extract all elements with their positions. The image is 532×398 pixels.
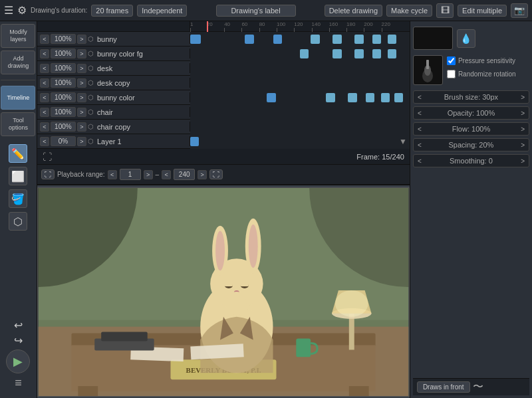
brush-size-row: < Brush size: 30px > (413, 90, 529, 104)
film-icon-btn[interactable]: 🎞 (436, 3, 454, 18)
smoothing-increase[interactable]: > (521, 157, 525, 165)
drawing-label-input[interactable] (216, 5, 296, 17)
layer-name[interactable]: bunny color (95, 94, 187, 102)
layer-arrow-right[interactable]: > (77, 122, 86, 132)
hamburger-icon[interactable]: ☰ (4, 4, 13, 17)
layer-arrow-right[interactable]: > (77, 64, 86, 73)
bucket-tool-icon[interactable]: 🪣 (9, 189, 27, 208)
layer-lock-icon[interactable]: ⬡ (88, 138, 94, 145)
timeline-tab[interactable]: Timeline (1, 86, 35, 110)
layer-name[interactable]: chair (95, 108, 187, 116)
layer-arrow-left[interactable]: < (40, 78, 49, 88)
frames-container[interactable] (190, 47, 410, 61)
layer-controls: < 0% > ⬡ Layer 1 (37, 136, 190, 146)
layer-arrow-left[interactable]: < (40, 35, 49, 44)
brush-size-label: Brush size: 30px (444, 93, 498, 101)
layer-row: < 100% > ⬡ bunny (37, 32, 410, 47)
play-button[interactable]: ▶ (6, 349, 30, 373)
layer-arrow-left[interactable]: < (40, 49, 49, 58)
lasso-tool-icon[interactable]: ⬡ (9, 212, 27, 231)
eraser-tool-icon[interactable]: ⬜ (9, 167, 27, 185)
frames-container[interactable] (190, 134, 410, 149)
frames-container[interactable] (190, 32, 410, 47)
layer-arrow-left[interactable]: < (40, 108, 49, 117)
frames-container[interactable] (190, 105, 410, 120)
layer-name[interactable]: desk copy (95, 79, 187, 87)
layer-arrow-right[interactable]: > (77, 35, 86, 44)
layer-name[interactable]: bunny (95, 35, 187, 43)
opacity-increase[interactable]: > (521, 110, 525, 117)
frames-btn[interactable]: 20 frames (91, 5, 133, 17)
playback-end-input[interactable] (174, 169, 195, 180)
tool-options-tab[interactable]: Tool options (1, 112, 35, 136)
delete-drawing-btn[interactable]: Delete drawing (325, 5, 382, 17)
draws-in-front-btn[interactable]: Draws in front (417, 381, 470, 393)
independent-btn[interactable]: Independent (137, 5, 187, 17)
range-end-right[interactable]: > (198, 170, 207, 179)
range-start-right[interactable]: > (144, 170, 153, 179)
frames-container[interactable] (190, 120, 410, 134)
layer-percent: 100% (51, 122, 76, 132)
smoothing-decrease[interactable]: < (418, 157, 422, 165)
layer-arrow-right[interactable]: > (77, 49, 86, 58)
undo-icon[interactable]: ↩ (14, 319, 23, 332)
spacing-increase[interactable]: > (521, 142, 525, 149)
layer-lock-icon[interactable]: ⬡ (88, 108, 94, 116)
layer-name[interactable]: Layer 1 (95, 138, 187, 146)
brush-size-increase[interactable]: > (521, 94, 525, 101)
layer-arrow-right[interactable]: > (77, 78, 86, 88)
redo-icon[interactable]: ↪ (14, 334, 23, 347)
canvas-area[interactable]: BEVERLY BUNNY, P.I. (37, 185, 410, 398)
edit-multiple-btn[interactable]: Edit multiple (458, 5, 507, 17)
frames-ruler: 120406080100120140160180200220240 (190, 21, 399, 32)
flow-decrease[interactable]: < (418, 126, 422, 133)
layer-lock-icon[interactable]: ⬡ (88, 94, 94, 101)
layer-arrow-right[interactable]: > (77, 137, 86, 146)
main-layout: Modify layers Add drawing Timeline Tool … (0, 21, 532, 398)
frames-container[interactable] (190, 76, 410, 90)
expand-icon[interactable]: ⛶ (43, 151, 52, 162)
frames-container[interactable] (190, 61, 410, 76)
spacing-decrease[interactable]: < (418, 142, 422, 149)
frames-container[interactable] (190, 90, 410, 105)
layer-name[interactable]: bunny color fg (95, 50, 187, 58)
timeline-collapse-btn[interactable]: ▼ (399, 137, 407, 146)
layer-lock-icon[interactable]: ⬡ (88, 35, 94, 43)
layers-icon[interactable]: ≡ (15, 376, 22, 390)
settings-icon[interactable]: ⚙ (17, 4, 27, 17)
layer-arrow-left[interactable]: < (40, 93, 49, 102)
layer-lock-icon[interactable]: ⬡ (88, 64, 94, 72)
layer-controls: < 100% > ⬡ chair copy (37, 122, 190, 132)
make-cycle-btn[interactable]: Make cycle (386, 5, 432, 17)
layer-arrow-left[interactable]: < (40, 122, 49, 132)
pressure-checkbox[interactable] (447, 56, 456, 65)
flow-increase[interactable]: > (521, 126, 525, 133)
layer-lock-icon[interactable]: ⬡ (88, 50, 94, 57)
layer-arrow-left[interactable]: < (40, 64, 49, 73)
layer-arrow-right[interactable]: > (77, 93, 86, 102)
layer-lock-icon[interactable]: ⬡ (88, 123, 94, 130)
svg-rect-31 (101, 332, 148, 341)
opacity-decrease[interactable]: < (418, 110, 422, 117)
color-row: 💧 (413, 24, 529, 52)
range-start-left[interactable]: < (108, 170, 117, 179)
eyedropper-btn[interactable]: 💧 (457, 29, 475, 48)
brush-size-decrease[interactable]: < (418, 94, 422, 101)
brush-tool-icon[interactable]: ✏️ (9, 144, 27, 163)
layer-arrow-right[interactable]: > (77, 108, 86, 117)
range-end-left[interactable]: < (162, 170, 171, 179)
randomize-rotation-row: Randomize rotation (447, 70, 516, 78)
wave-icon[interactable]: 〜 (473, 380, 483, 394)
layer-lock-icon[interactable]: ⬡ (88, 79, 94, 86)
modify-layers-btn[interactable]: Modify layers (1, 24, 35, 48)
add-drawing-btn[interactable]: Add drawing (1, 50, 35, 74)
randomize-checkbox[interactable] (447, 70, 456, 78)
playback-expand-btn[interactable]: ⛶ (41, 169, 55, 179)
color-swatch[interactable] (413, 27, 453, 50)
camera-icon-btn[interactable]: 📷 (511, 3, 528, 18)
playback-expand2-btn[interactable]: ⛶ (209, 169, 223, 179)
layer-name[interactable]: desk (95, 64, 187, 72)
layer-name[interactable]: chair copy (95, 123, 187, 131)
playback-start-input[interactable] (120, 169, 141, 180)
layer-arrow-left[interactable]: < (40, 137, 49, 146)
